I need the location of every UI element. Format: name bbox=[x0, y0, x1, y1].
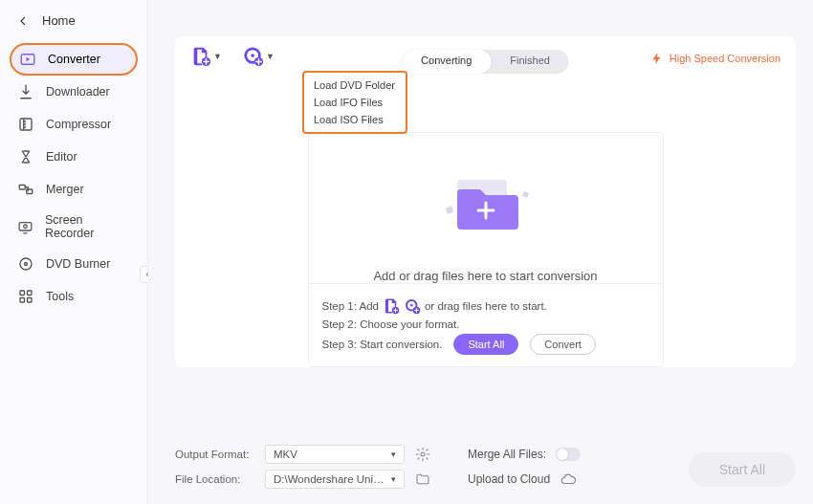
step-3-row: Step 3: Start conversion. Start All Conv… bbox=[322, 334, 649, 355]
sidebar-item-downloader[interactable]: Downloader bbox=[0, 76, 147, 108]
settings-gear-icon[interactable] bbox=[414, 446, 431, 463]
bottom-settings: Output Format: MKV ▾ Merge All Files: Fi… bbox=[175, 439, 796, 496]
step-3-label: Step 3: Start conversion. bbox=[322, 339, 443, 350]
file-location-label: File Location: bbox=[175, 473, 255, 485]
sidebar-item-label: Compressor bbox=[46, 118, 111, 131]
card-toolbar: ▼ ▼ Load DVD Folder Load IFO Files Load … bbox=[175, 36, 796, 77]
merger-icon bbox=[17, 181, 34, 198]
svg-point-23 bbox=[421, 452, 425, 456]
sidebar-item-label: Tools bbox=[46, 290, 74, 303]
convert-button[interactable]: Convert bbox=[530, 334, 596, 355]
chevron-down-icon: ▼ bbox=[266, 52, 275, 61]
nav-list: Converter Downloader Compressor Editor M… bbox=[0, 43, 147, 313]
sidebar-item-dvd-burner[interactable]: DVD Burner bbox=[0, 248, 147, 280]
home-label: Home bbox=[42, 13, 76, 28]
chevron-down-icon: ▼ bbox=[213, 52, 222, 61]
file-location-select[interactable]: D:\Wondershare UniConverter 1 ▾ bbox=[265, 470, 405, 489]
sidebar-item-label: DVD Burner bbox=[46, 257, 110, 271]
dvd-burner-icon bbox=[17, 255, 34, 273]
output-format-select[interactable]: MKV ▾ bbox=[265, 445, 405, 464]
dropzone-headline: Add or drag files here to start conversi… bbox=[309, 269, 663, 283]
add-file-icon bbox=[383, 297, 400, 315]
lightning-icon bbox=[650, 52, 664, 65]
add-dvd-icon bbox=[404, 297, 421, 315]
main-area: ▼ ▼ Load DVD Folder Load IFO Files Load … bbox=[148, 0, 813, 504]
sidebar-item-label: Downloader bbox=[46, 85, 110, 99]
home-button[interactable]: Home bbox=[0, 4, 147, 37]
sidebar-item-screen-recorder[interactable]: Screen Recorder bbox=[0, 206, 147, 248]
menu-load-dvd-folder[interactable]: Load DVD Folder bbox=[304, 77, 406, 94]
sidebar-item-label: Merger bbox=[46, 183, 84, 196]
svg-rect-6 bbox=[19, 222, 32, 230]
svg-point-8 bbox=[20, 258, 32, 270]
menu-load-iso[interactable]: Load ISO Files bbox=[304, 111, 406, 128]
svg-rect-4 bbox=[19, 186, 25, 190]
merge-label: Merge All Files: bbox=[468, 448, 546, 461]
sidebar-item-label: Converter bbox=[48, 53, 100, 66]
add-dvd-icon bbox=[243, 46, 264, 67]
converter-icon bbox=[19, 51, 36, 68]
status-tabs: Converting Finished bbox=[402, 50, 569, 74]
sidebar-item-tools[interactable]: Tools bbox=[0, 280, 147, 313]
sidebar-item-converter[interactable]: Converter bbox=[10, 43, 138, 76]
high-speed-label: High Speed Conversion bbox=[670, 53, 780, 64]
tab-converting[interactable]: Converting bbox=[402, 50, 491, 74]
sidebar: Home Converter Downloader Compressor Edi… bbox=[0, 0, 148, 504]
step-2-row: Step 2: Choose your format. bbox=[322, 318, 649, 330]
svg-point-7 bbox=[24, 225, 28, 229]
svg-point-9 bbox=[25, 263, 28, 266]
compressor-icon bbox=[17, 116, 34, 133]
conversion-card: ▼ ▼ Load DVD Folder Load IFO Files Load … bbox=[175, 36, 796, 367]
svg-rect-13 bbox=[28, 298, 33, 303]
output-format-value: MKV bbox=[274, 449, 297, 460]
sidebar-item-label: Editor bbox=[46, 150, 77, 164]
merge-toggle[interactable] bbox=[556, 448, 581, 461]
svg-rect-10 bbox=[20, 291, 25, 296]
chevron-left-icon bbox=[17, 15, 29, 27]
step-1-pre: Step 1: Add bbox=[322, 300, 379, 312]
svg-point-16 bbox=[251, 54, 254, 57]
screen-recorder-icon bbox=[17, 218, 33, 235]
step-1-post: or drag files here to start. bbox=[425, 300, 547, 312]
editor-icon bbox=[17, 148, 34, 165]
dropzone[interactable]: Add or drag files here to start conversi… bbox=[308, 132, 664, 367]
chevron-down-icon: ▾ bbox=[391, 449, 396, 459]
steps-panel: Step 1: Add or drag files here to start.… bbox=[309, 283, 663, 368]
file-location-value: D:\Wondershare UniConverter 1 bbox=[274, 473, 390, 485]
add-dvd-button[interactable]: ▼ Load DVD Folder Load IFO Files Load IS… bbox=[243, 46, 275, 67]
menu-load-ifo[interactable]: Load IFO Files bbox=[304, 94, 406, 111]
downloader-icon bbox=[17, 83, 34, 100]
output-format-label: Output Format: bbox=[175, 449, 255, 460]
sidebar-item-compressor[interactable]: Compressor bbox=[0, 108, 147, 141]
start-all-button[interactable]: Start All bbox=[453, 334, 518, 355]
sidebar-item-label: Screen Recorder bbox=[45, 213, 130, 240]
svg-point-21 bbox=[410, 304, 413, 307]
high-speed-toggle[interactable]: High Speed Conversion bbox=[650, 52, 780, 65]
start-all-footer-button[interactable]: Start All bbox=[689, 452, 796, 487]
add-file-button[interactable]: ▼ bbox=[190, 46, 222, 67]
chevron-down-icon: ▾ bbox=[391, 474, 396, 484]
tab-finished[interactable]: Finished bbox=[491, 50, 569, 74]
svg-rect-11 bbox=[28, 291, 33, 296]
svg-rect-12 bbox=[20, 298, 25, 303]
upload-cloud-label: Upload to Cloud bbox=[468, 472, 550, 486]
step-1-row: Step 1: Add or drag files here to start. bbox=[322, 297, 649, 315]
add-file-icon bbox=[190, 46, 211, 67]
sidebar-item-merger[interactable]: Merger bbox=[0, 173, 147, 206]
dvd-dropdown-menu: Load DVD Folder Load IFO Files Load ISO … bbox=[302, 71, 407, 134]
open-folder-icon[interactable] bbox=[414, 471, 431, 488]
cloud-icon[interactable] bbox=[560, 471, 577, 488]
dropzone-illustration bbox=[309, 148, 663, 263]
sidebar-item-editor[interactable]: Editor bbox=[0, 141, 147, 173]
tools-icon bbox=[17, 288, 34, 305]
